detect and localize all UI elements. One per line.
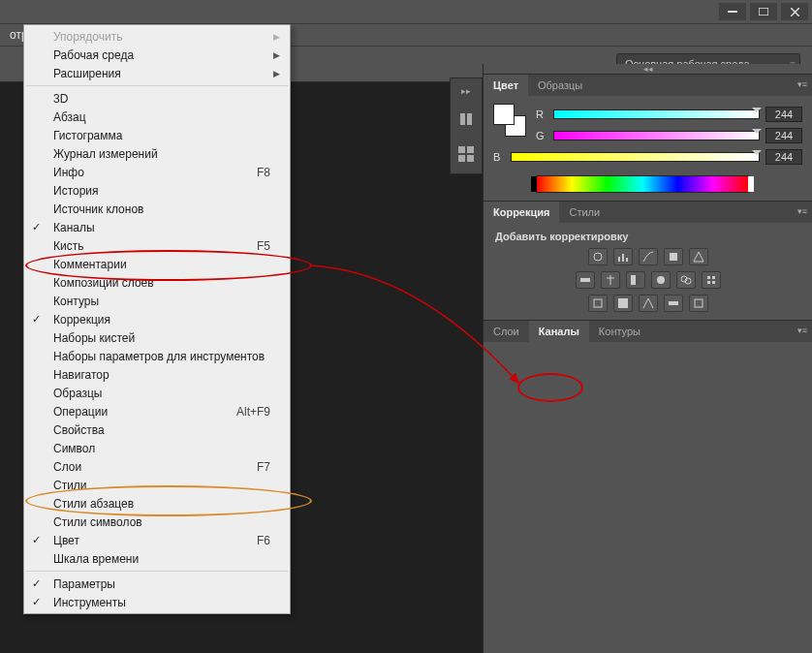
- foreground-color-swatch[interactable]: [493, 104, 515, 125]
- history-panel-icon[interactable]: [454, 108, 478, 131]
- menu-entry-label: Навигатор: [53, 368, 109, 382]
- panel-flyout-menu-icon[interactable]: ▾≡: [795, 324, 810, 337]
- menu-entry-композиции-слоев[interactable]: Композиции слоев: [24, 273, 290, 292]
- check-icon: ✓: [32, 221, 41, 233]
- menu-entry-стили[interactable]: Стили: [24, 476, 290, 494]
- menu-entry-рабочая-среда[interactable]: Рабочая среда▶: [24, 46, 290, 64]
- tab-color[interactable]: Цвет: [484, 75, 528, 96]
- submenu-arrow-icon: ▶: [273, 32, 280, 42]
- menu-entry-каналы[interactable]: Каналы✓: [24, 218, 290, 236]
- tab-styles[interactable]: Стили: [559, 202, 609, 223]
- panel-flyout-menu-icon[interactable]: ▾≡: [795, 204, 810, 218]
- adj-threshold-icon[interactable]: [639, 295, 658, 312]
- menu-entry-упорядочить: Упорядочить▶: [24, 27, 290, 46]
- adj-hue-icon[interactable]: [576, 271, 595, 289]
- menu-entry-label: Шкала времени: [53, 552, 139, 566]
- menu-entry-label: 3D: [53, 92, 68, 106]
- svg-rect-8: [458, 155, 465, 162]
- menu-entry-история[interactable]: История: [24, 181, 290, 200]
- properties-panel-icon[interactable]: [454, 142, 478, 166]
- adj-vibrance-icon[interactable]: [689, 248, 708, 265]
- panel-flyout-menu-icon[interactable]: ▾≡: [795, 78, 810, 91]
- menu-entry-наборы-кистей[interactable]: Наборы кистей: [24, 328, 290, 347]
- window-menu-dropdown: Упорядочить▶Рабочая среда▶Расширения▶3DА…: [23, 24, 291, 614]
- minimize-button[interactable]: [719, 3, 746, 20]
- strip-collapse-icon[interactable]: ▸▸: [461, 86, 471, 96]
- collapsed-panel-strip: ▸▸: [450, 78, 483, 174]
- adj-brightness-icon[interactable]: [588, 248, 608, 265]
- menu-entry-кисть[interactable]: КистьF5: [24, 236, 290, 255]
- adj-colorlookup-icon[interactable]: [702, 271, 721, 289]
- menu-entry-параметры[interactable]: Параметры✓: [24, 575, 290, 593]
- b-value-input[interactable]: 244: [765, 149, 802, 165]
- color-spectrum-ramp[interactable]: [536, 175, 749, 193]
- menu-entry-label: Стили: [53, 479, 87, 492]
- adj-posterize-icon[interactable]: [613, 295, 633, 312]
- close-button[interactable]: [781, 3, 808, 20]
- svg-rect-14: [670, 253, 677, 261]
- svg-rect-24: [707, 281, 710, 284]
- window-titlebar: [0, 0, 812, 24]
- right-panel-dock: ◂◂ Цвет Образцы ▾≡ R 244 G 244 B: [483, 64, 812, 653]
- fg-bg-swatches[interactable]: [493, 104, 526, 137]
- menu-entry-цвет[interactable]: Цвет✓F6: [24, 531, 290, 549]
- menu-entry-символ[interactable]: Символ: [24, 439, 290, 457]
- menu-entry-label: Параметры: [53, 577, 115, 591]
- menu-entry-стили-символов[interactable]: Стили символов: [24, 513, 290, 531]
- adj-bw-icon[interactable]: [626, 271, 645, 289]
- g-value-input[interactable]: 244: [765, 128, 802, 143]
- menu-entry-свойства[interactable]: Свойства: [24, 420, 290, 439]
- menu-entry-операции[interactable]: ОперацииAlt+F9: [24, 402, 290, 420]
- menu-entry-label: Журнал измерений: [53, 147, 158, 161]
- menu-entry-навигатор[interactable]: Навигатор: [24, 365, 290, 384]
- menu-entry-коррекция[interactable]: Коррекция✓: [24, 310, 290, 328]
- menu-entry-стили-абзацев[interactable]: Стили абзацев: [24, 494, 290, 513]
- menu-entry-инструменты[interactable]: Инструменты✓: [24, 593, 290, 611]
- svg-rect-28: [669, 301, 678, 305]
- adj-gradientmap-icon[interactable]: [664, 295, 683, 312]
- menu-entry-инфо[interactable]: ИнфоF8: [24, 163, 290, 181]
- menu-entry-3d[interactable]: 3D: [24, 89, 290, 108]
- check-icon: ✓: [32, 534, 41, 546]
- svg-rect-9: [467, 155, 474, 162]
- adj-colorbalance-icon[interactable]: [601, 271, 620, 289]
- adj-levels-icon[interactable]: [613, 248, 633, 265]
- menu-entry-источник-клонов[interactable]: Источник клонов: [24, 200, 290, 218]
- adj-channelmixer-icon[interactable]: [676, 271, 696, 289]
- adj-exposure-icon[interactable]: [664, 248, 683, 265]
- tab-adjustments[interactable]: Коррекция: [484, 202, 559, 223]
- adj-curves-icon[interactable]: [639, 248, 658, 265]
- menu-entry-контуры[interactable]: Контуры: [24, 292, 290, 310]
- menu-entry-гистограмма[interactable]: Гистограмма: [24, 126, 290, 144]
- adj-photofilter-icon[interactable]: [651, 271, 671, 289]
- menu-entry-label: Каналы: [53, 221, 95, 234]
- tab-channels[interactable]: Каналы: [529, 321, 589, 342]
- menu-entry-комментарии[interactable]: Комментарии: [24, 255, 290, 273]
- panel-collapse-icon[interactable]: ◂◂: [484, 64, 812, 74]
- menu-entry-label: Источник клонов: [53, 202, 143, 216]
- svg-marker-15: [694, 252, 703, 262]
- menu-entry-шкала-времени[interactable]: Шкала времени: [24, 549, 290, 568]
- tab-paths[interactable]: Контуры: [589, 321, 650, 342]
- menu-entry-расширения[interactable]: Расширения▶: [24, 64, 290, 82]
- g-slider[interactable]: [553, 131, 760, 140]
- menu-entry-абзац[interactable]: Абзац: [24, 108, 290, 126]
- menu-entry-слои[interactable]: СлоиF7: [24, 457, 290, 476]
- menu-entry-наборы-параметров-для-инструментов[interactable]: Наборы параметров для инструментов: [24, 347, 290, 365]
- svg-rect-4: [460, 113, 465, 125]
- menu-entry-образцы[interactable]: Образцы: [24, 384, 290, 402]
- tab-swatches[interactable]: Образцы: [528, 75, 592, 96]
- maximize-button[interactable]: [750, 3, 777, 20]
- adj-invert-icon[interactable]: [588, 295, 608, 312]
- r-slider[interactable]: [553, 109, 760, 119]
- menu-entry-журнал-измерений[interactable]: Журнал измерений: [24, 144, 290, 163]
- r-value-input[interactable]: 244: [765, 107, 802, 122]
- adj-selective-icon[interactable]: [689, 295, 708, 312]
- menu-entry-label: Инфо: [53, 166, 84, 179]
- tab-layers[interactable]: Слои: [484, 321, 529, 342]
- adjustments-panel: Коррекция Стили ▾≡ Добавить корректировк…: [484, 201, 812, 320]
- menu-entry-label: Комментарии: [53, 258, 127, 271]
- b-slider[interactable]: [511, 152, 760, 162]
- menu-separator: [26, 85, 288, 86]
- menu-entry-label: Кисть: [53, 239, 83, 253]
